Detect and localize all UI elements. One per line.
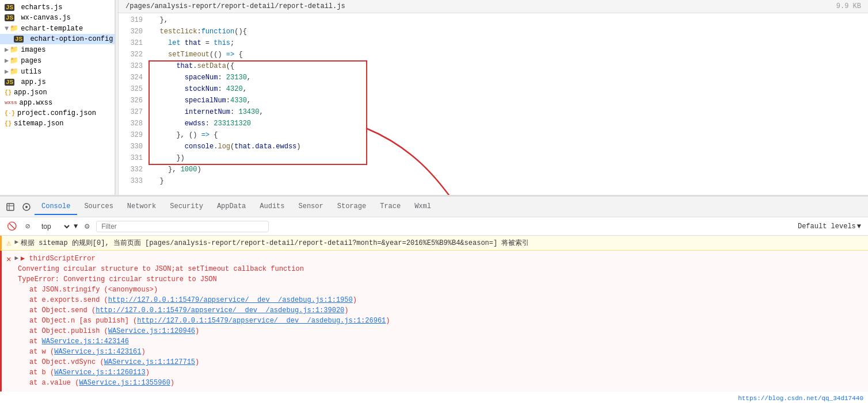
error-link-9[interactable]: WAService.js:1:1355960 <box>79 379 170 387</box>
wxss-icon: wxss <box>5 100 17 106</box>
tree-item-app-json[interactable]: {} app.json <box>0 87 115 98</box>
tree-item-app-wxss[interactable]: wxss app.wxss <box>0 98 115 108</box>
tab-wxml[interactable]: Wxml <box>408 199 438 215</box>
json-icon: {} <box>5 90 12 96</box>
mobile-icon <box>22 203 31 211</box>
error-link-6[interactable]: WAService.js:1:423161 <box>54 348 141 356</box>
error-link-5[interactable]: WAService.js:1:423146 <box>42 337 129 346</box>
tree-item-app-js[interactable]: JS app.js <box>0 77 115 87</box>
folder-open-icon: 📁 <box>10 24 18 33</box>
console-toolbar: 🚫 ⊘ top ▼ ⚙ Default levels ▼ <box>0 217 868 236</box>
warning-message: ⚠ ▶ 根据 sitemap 的规则[0], 当前页面 [pages/analy… <box>0 236 868 251</box>
default-levels-button[interactable]: Default levels ▼ <box>795 221 863 232</box>
chevron-right-icon: ▶ <box>5 67 9 76</box>
file-tree: JS echarts.js JS wx-canvas.js ▼ 📁 echart… <box>0 0 115 195</box>
tab-appdata[interactable]: AppData <box>210 199 253 215</box>
error-link-8[interactable]: WAService.js:1:1260113 <box>54 369 145 377</box>
svg-point-5 <box>25 206 28 208</box>
error-link-2[interactable]: http://127.0.0.1:15479/appservice/__dev_… <box>96 306 344 314</box>
tree-item-wx-canvas-js[interactable]: JS wx-canvas.js <box>0 13 115 23</box>
json-icon: {} <box>5 121 12 127</box>
tab-audits[interactable]: Audits <box>253 199 291 215</box>
tab-network[interactable]: Network <box>120 199 163 215</box>
warning-expand-arrow[interactable]: ▶ <box>14 238 18 245</box>
error-link-3[interactable]: http://127.0.0.1:15479/appservice/__dev_… <box>137 317 386 325</box>
device-toggle-button[interactable] <box>18 199 35 215</box>
clear-console-button[interactable]: 🚫 <box>5 220 18 233</box>
tree-item-echart-template[interactable]: ▼ 📁 echart-template <box>0 23 115 34</box>
folder-icon: 📁 <box>10 56 18 65</box>
code-panel: /pages/analysis-report/report-detail/rep… <box>119 0 868 195</box>
js-icon: JS <box>5 4 14 11</box>
tab-sources[interactable]: Sources <box>77 199 120 215</box>
tree-item-utils[interactable]: ▶ 📁 utils <box>0 66 115 77</box>
tree-item-echarts-js[interactable]: JS echarts.js <box>0 2 115 13</box>
devtools-tabs: Console Sources Network Security AppData… <box>0 197 868 217</box>
folder-icon: 📁 <box>10 45 18 54</box>
tree-item-pages[interactable]: ▶ 📁 pages <box>0 55 115 66</box>
tree-item-images[interactable]: ▶ 📁 images <box>0 44 115 55</box>
error-title-line: ✕ ▶ ▶ thirdScriptError <box>6 254 863 264</box>
devtools-panel: Console Sources Network Security AppData… <box>0 195 868 403</box>
error-link-4[interactable]: WAService.js:1:120946 <box>108 327 195 335</box>
js-icon: JS <box>5 79 14 86</box>
tree-item-sitemap-json[interactable]: {} sitemap.json <box>0 118 115 129</box>
settings-button[interactable]: ⚙ <box>80 220 94 233</box>
chevron-right-icon: ▶ <box>5 56 9 65</box>
code-file-tab: /pages/analysis-report/report-detail/rep… <box>119 0 868 13</box>
tab-trace[interactable]: Trace <box>373 199 408 215</box>
js-icon: JS <box>5 14 14 21</box>
dropdown-icon: ▼ <box>857 222 861 231</box>
context-select[interactable]: top <box>37 221 71 232</box>
error-text-typeerror: TypeError: Converting circular structure… <box>18 274 863 285</box>
folder-icon: 📁 <box>10 67 18 76</box>
error-stack: at JSON.stringify (<anonymous>) at e.exp… <box>29 285 863 388</box>
code-lines[interactable]: }, testclick:function(){ let that = this… <box>147 13 868 195</box>
inspect-icon <box>6 203 14 211</box>
svg-rect-1 <box>7 204 14 210</box>
tree-item-project-config-json[interactable]: {·} project.config.json <box>0 108 115 118</box>
error-icon: ✕ <box>6 254 11 264</box>
toggle-filter-button[interactable]: ⊘ <box>21 220 35 233</box>
warning-icon: ⚠ <box>6 238 11 248</box>
chevron-right-icon: ▶ <box>5 45 9 54</box>
filter-input[interactable] <box>96 221 269 232</box>
error-expand-arrow[interactable]: ▶ <box>14 254 18 262</box>
error-block: ✕ ▶ ▶ thirdScriptError Converting circul… <box>0 251 868 392</box>
error-link-1[interactable]: http://127.0.0.1:15479/appservice/__dev_… <box>108 296 353 304</box>
error-text-converting: Converting circular structure to JSON;at… <box>18 264 863 274</box>
bottom-bar: https://blog.csdn.net/qq_34d17440 <box>738 395 863 402</box>
json-icon: {·} <box>5 110 15 117</box>
tree-item-echart-option-config-js[interactable]: JS echart-option-config.js <box>0 34 115 44</box>
tab-security[interactable]: Security <box>163 199 210 215</box>
chevron-down-icon: ▼ <box>5 25 9 33</box>
inspect-element-button[interactable] <box>2 199 18 215</box>
js-icon: JS <box>14 36 24 43</box>
line-numbers: 319 320 321 322 323 324 325 326 327 328 … <box>119 13 147 195</box>
tab-sensor[interactable]: Sensor <box>292 199 330 215</box>
error-link-7[interactable]: WAService.js:1:1127715 <box>104 358 195 366</box>
console-messages[interactable]: ⚠ ▶ 根据 sitemap 的规则[0], 当前页面 [pages/analy… <box>0 236 868 403</box>
context-dropdown-arrow: ▼ <box>74 222 78 231</box>
tab-console[interactable]: Console <box>35 199 77 215</box>
tab-storage[interactable]: Storage <box>330 199 373 215</box>
